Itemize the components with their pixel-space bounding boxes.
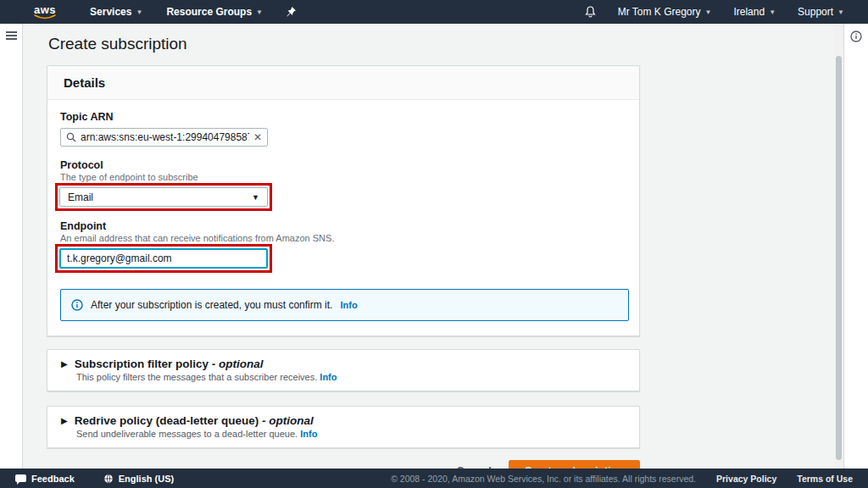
search-icon [66,132,76,142]
nav-resource-groups-label: Resource Groups [166,6,252,18]
page-title: Create subscription [48,35,834,53]
top-navigation-bar: aws Services ▼ Resource Groups ▼ Mr Tom … [0,0,868,24]
globe-icon [103,474,114,484]
expand-arrow-icon: ▶ [61,416,68,425]
account-name: Mr Tom K Gregory [618,6,701,18]
nav-resource-groups-menu[interactable]: Resource Groups ▼ [166,6,263,18]
endpoint-input[interactable] [59,248,268,269]
vertical-scrollbar[interactable] [835,24,843,469]
support-label: Support [798,6,833,18]
main-pane: Create subscription Details Topic ARN ✕ … [24,24,834,469]
support-menu[interactable]: Support ▼ [798,6,844,18]
account-menu[interactable]: Mr Tom K Gregory ▼ [618,6,712,18]
filter-policy-description: This policy filters the messages that a … [76,372,320,382]
hamburger-menu-icon[interactable] [6,31,17,40]
protocol-label: Protocol [60,159,626,171]
privacy-policy-link[interactable]: Privacy Policy [716,474,776,484]
nav-services-menu[interactable]: Services ▼ [90,6,142,18]
pushpin-icon [287,7,296,17]
filter-policy-section[interactable]: ▶ Subscription filter policy - optional … [47,349,640,391]
help-panel-strip [843,24,868,469]
protocol-annotation-box: Email ▼ [55,183,272,211]
endpoint-group: Endpoint An email address that can recei… [60,220,626,273]
nav-services-label: Services [90,6,131,18]
protocol-selected-value: Email [68,191,93,203]
feedback-label: Feedback [31,474,75,484]
details-card-body: Topic ARN ✕ Protocol The type of endpoin… [47,100,639,336]
details-card: Details Topic ARN ✕ Protocol The type of… [47,65,640,336]
aws-logo-text: aws [34,3,56,16]
chevron-down-icon: ▼ [252,193,259,202]
filter-policy-optional: optional [219,358,264,370]
chevron-down-icon: ▼ [837,8,844,16]
protocol-select[interactable]: Email ▼ [59,187,268,207]
feedback-button[interactable]: Feedback [15,474,75,484]
copyright-text: © 2008 - 2020, Amazon Web Services, Inc.… [391,474,696,484]
chevron-down-icon: ▼ [136,8,142,16]
content-area: Create subscription Details Topic ARN ✕ … [0,24,868,469]
alert-info-link[interactable]: Info [340,300,357,310]
language-selector[interactable]: English (US) [103,474,174,484]
topic-arn-input[interactable] [81,131,249,143]
confirmation-info-alert: After your subscription is created, you … [60,289,629,321]
aws-logo[interactable]: aws [34,4,56,19]
redrive-policy-section[interactable]: ▶ Redrive policy (dead-letter queue) - o… [47,406,640,448]
filter-policy-title: Subscription filter policy - [75,358,219,370]
endpoint-label: Endpoint [60,220,626,232]
redrive-policy-optional: optional [269,414,314,427]
clear-icon[interactable]: ✕ [253,132,262,142]
scrollbar-thumb[interactable] [836,56,842,460]
chevron-down-icon: ▼ [256,8,263,16]
footer-bar: Feedback English (US) © 2008 - 2020, Ama… [0,469,868,488]
filter-policy-info-link[interactable]: Info [320,372,337,382]
terms-of-use-link[interactable]: Terms of Use [797,474,853,484]
expand-arrow-icon: ▶ [61,359,68,369]
region-menu[interactable]: Ireland ▼ [733,6,776,18]
notifications-bell-icon[interactable] [585,6,596,18]
pin-icon[interactable] [287,7,296,17]
chevron-down-icon: ▼ [769,8,776,16]
alert-text: After your subscription is created, you … [91,299,332,311]
info-circle-icon [71,299,83,311]
chevron-down-icon: ▼ [705,8,712,16]
redrive-policy-title: Redrive policy (dead-letter queue) - [75,414,270,427]
protocol-description: The type of endpoint to subscribe [60,172,626,182]
feedback-bubble-icon [15,474,26,482]
endpoint-description: An email address that can receive notifi… [60,233,626,243]
redrive-policy-description: Send undeliverable messages to a dead-le… [76,429,300,439]
topic-arn-field[interactable]: ✕ [60,128,268,147]
redrive-policy-info-link[interactable]: Info [300,429,317,439]
topic-arn-group: Topic ARN ✕ [60,111,626,147]
region-name: Ireland [733,6,765,18]
language-label: English (US) [119,474,174,484]
details-card-header: Details [47,66,639,100]
help-info-icon[interactable] [850,30,862,42]
endpoint-annotation-box [55,244,272,273]
protocol-group: Protocol The type of endpoint to subscri… [60,159,626,211]
left-sidebar-strip [0,24,23,469]
topic-arn-label: Topic ARN [60,111,626,123]
